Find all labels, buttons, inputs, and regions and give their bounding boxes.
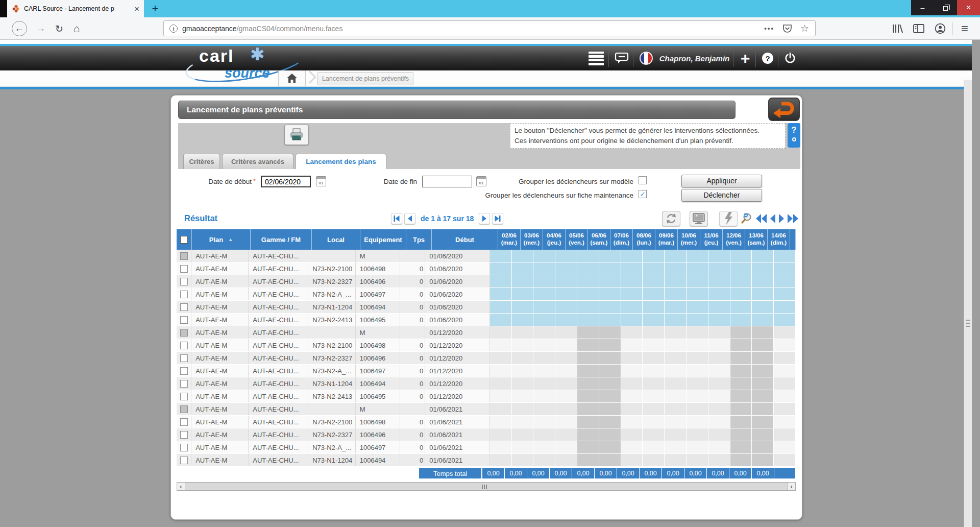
tab-close-icon[interactable]: × bbox=[134, 5, 139, 13]
url-bar[interactable]: i gmaoacceptance/gmaoCS04/common/menu.fa… bbox=[163, 20, 816, 36]
pager-first-button[interactable] bbox=[391, 213, 402, 224]
table-row[interactable]: AUT-AE-MAUT-AE-CHU...N73-N2-210010064980… bbox=[177, 416, 796, 428]
gantt-cell bbox=[555, 377, 577, 390]
pager-next-button[interactable] bbox=[479, 213, 490, 224]
forward-button[interactable]: → bbox=[33, 20, 49, 37]
table-row[interactable]: AUT-AE-MAUT-AE-CHU...N73-N2-232710064960… bbox=[177, 428, 796, 441]
table-row[interactable]: AUT-AE-MAUT-AE-CHU...N73-N2-210010064980… bbox=[177, 339, 796, 352]
cell-c1: AUT-AE-M bbox=[191, 352, 249, 364]
scroll-left-icon[interactable] bbox=[769, 214, 776, 223]
scrollbar-left-arrow[interactable]: ‹ bbox=[177, 483, 185, 490]
scroll-far-right-icon[interactable] bbox=[787, 214, 799, 223]
column-header-gamme[interactable]: Gamme / FM bbox=[251, 229, 312, 250]
row-select-checkbox[interactable] bbox=[180, 444, 188, 451]
table-row[interactable]: AUT-AE-MAUT-AE-CHU...N73-N2-232710064960… bbox=[177, 352, 796, 365]
menu-hamburger-icon[interactable]: ≡ bbox=[958, 21, 972, 36]
table-row[interactable]: AUT-AE-MAUT-AE-CHU...N73-N2-241310064950… bbox=[177, 390, 796, 403]
contextual-help-button[interactable]: ? bbox=[788, 123, 800, 148]
column-header-equipement[interactable]: Equipement bbox=[360, 229, 406, 250]
cell-c6: 01/06/2021 bbox=[425, 454, 490, 466]
row-select-checkbox[interactable] bbox=[180, 367, 188, 375]
sidebar-toggle-icon[interactable] bbox=[912, 21, 926, 36]
add-icon[interactable]: + bbox=[735, 46, 755, 70]
logout-power-icon[interactable] bbox=[780, 46, 800, 70]
scroll-right-icon[interactable] bbox=[778, 214, 785, 223]
horizontal-scrollbar[interactable]: ‹ › bbox=[177, 482, 796, 491]
table-row[interactable]: AUT-AE-MAUT-AE-CHU...M01/06/2021 bbox=[177, 403, 796, 416]
print-button[interactable] bbox=[284, 125, 309, 145]
page-actions-icon[interactable]: ••• bbox=[764, 25, 774, 32]
table-row[interactable]: AUT-AE-MAUT-AE-CHU...N73-N2-A_...1006497… bbox=[177, 288, 796, 301]
browser-tab[interactable]: CARL Source - Lancement de p × bbox=[7, 0, 144, 17]
tab-criteres[interactable]: Critères bbox=[183, 154, 220, 169]
actions-button[interactable] bbox=[719, 211, 738, 226]
user-name[interactable]: Chapron, Benjamin bbox=[657, 46, 731, 70]
account-icon[interactable] bbox=[933, 21, 947, 36]
table-row[interactable]: AUT-AE-MAUT-AE-CHU...N73-N2-210010064980… bbox=[177, 262, 796, 275]
group-model-checkbox[interactable] bbox=[639, 176, 647, 184]
date-start-input[interactable] bbox=[261, 176, 311, 187]
breadcrumb-home-button[interactable] bbox=[278, 70, 306, 86]
bookmark-star-icon[interactable]: ☆ bbox=[800, 22, 809, 34]
table-row[interactable]: AUT-AE-MAUT-AE-CHU...N73-N2-241310064950… bbox=[177, 314, 796, 326]
column-header-plan[interactable]: Plan▲ bbox=[192, 229, 251, 250]
date-start-calendar-icon[interactable] bbox=[316, 176, 326, 186]
row-select-checkbox[interactable] bbox=[180, 393, 188, 400]
row-select-checkbox[interactable] bbox=[180, 380, 188, 388]
window-minimize-button[interactable]: – bbox=[911, 0, 934, 15]
row-select-checkbox[interactable] bbox=[180, 303, 188, 311]
language-flag-icon[interactable] bbox=[636, 46, 656, 70]
row-select-checkbox[interactable] bbox=[180, 291, 188, 298]
scrollbar-right-arrow[interactable]: › bbox=[787, 483, 795, 490]
zoom-out-icon[interactable] bbox=[741, 212, 754, 225]
column-header-debut[interactable]: Début bbox=[432, 229, 498, 250]
screen-button[interactable]: ✶ bbox=[690, 211, 708, 226]
scrollbar-grip-icon[interactable] bbox=[482, 485, 487, 489]
window-restore-button[interactable] bbox=[934, 0, 957, 15]
window-close-button[interactable]: × bbox=[957, 0, 980, 15]
refresh-icon bbox=[665, 213, 677, 224]
table-row[interactable]: AUT-AE-MAUT-AE-CHU...N73-N1-120410064940… bbox=[177, 454, 796, 467]
row-select-checkbox[interactable] bbox=[180, 265, 188, 273]
return-button[interactable] bbox=[768, 98, 800, 121]
site-info-icon[interactable]: i bbox=[169, 25, 178, 33]
reload-button[interactable]: ↻ bbox=[51, 20, 67, 37]
pocket-icon[interactable] bbox=[782, 24, 792, 33]
group-sheet-checkbox[interactable]: ✓ bbox=[639, 190, 647, 198]
app-menu-icon[interactable] bbox=[585, 46, 607, 70]
row-select-checkbox[interactable] bbox=[180, 354, 188, 362]
table-row[interactable]: AUT-AE-MAUT-AE-CHU...N73-N1-120410064940… bbox=[177, 301, 796, 314]
back-button[interactable]: ← bbox=[11, 20, 28, 37]
table-row[interactable]: AUT-AE-MAUT-AE-CHU...M01/12/2020 bbox=[177, 326, 796, 339]
pager-prev-button[interactable] bbox=[404, 213, 415, 224]
table-row[interactable]: AUT-AE-MAUT-AE-CHU...N73-N2-A_...1006497… bbox=[177, 441, 796, 454]
row-select-checkbox[interactable] bbox=[180, 418, 188, 426]
home-button[interactable]: ⌂ bbox=[68, 20, 85, 37]
right-splitter[interactable] bbox=[964, 80, 972, 527]
row-select-checkbox[interactable] bbox=[180, 457, 188, 464]
row-select-checkbox[interactable] bbox=[180, 278, 188, 285]
tab-lancement-des-plans[interactable]: Lancement des plans bbox=[296, 154, 386, 169]
trigger-button[interactable]: Déclencher bbox=[681, 189, 762, 202]
table-row[interactable]: AUT-AE-MAUT-AE-CHU...N73-N2-232710064960… bbox=[177, 275, 796, 288]
new-tab-button[interactable]: + bbox=[146, 0, 164, 17]
refresh-button[interactable] bbox=[662, 211, 680, 226]
table-row[interactable]: AUT-AE-MAUT-AE-CHU...M01/06/2020 bbox=[177, 250, 796, 262]
pager-last-button[interactable] bbox=[492, 213, 503, 224]
library-icon[interactable] bbox=[890, 21, 904, 36]
column-header-tps[interactable]: Tps bbox=[406, 229, 432, 250]
scroll-far-left-icon[interactable] bbox=[755, 214, 768, 223]
apply-button[interactable]: Appliquer bbox=[681, 175, 762, 187]
table-row[interactable]: AUT-AE-MAUT-AE-CHU...N73-N1-120410064940… bbox=[177, 377, 796, 390]
messages-icon[interactable] bbox=[610, 46, 633, 70]
tab-criteres-avances[interactable]: Critères avancés bbox=[222, 154, 293, 169]
select-all-header[interactable] bbox=[177, 229, 192, 250]
table-row[interactable]: AUT-AE-MAUT-AE-CHU...N73-N2-A_...1006497… bbox=[177, 365, 796, 377]
column-header-local[interactable]: Local bbox=[312, 229, 360, 250]
row-select-checkbox[interactable] bbox=[180, 316, 188, 324]
help-icon[interactable]: ? bbox=[757, 46, 778, 70]
gantt-cell bbox=[730, 288, 752, 300]
select-all-checkbox[interactable] bbox=[180, 236, 188, 244]
row-select-checkbox[interactable] bbox=[180, 342, 188, 349]
row-select-checkbox[interactable] bbox=[180, 431, 188, 439]
